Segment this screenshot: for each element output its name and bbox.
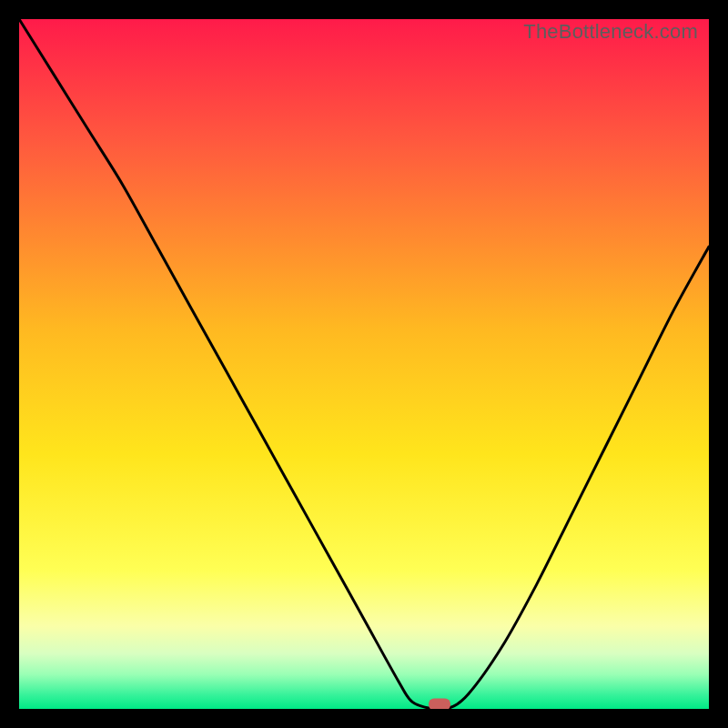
optimal-point-marker (429, 699, 450, 710)
plot-area: TheBottleneck.com (19, 19, 709, 709)
bottleneck-curve (19, 19, 709, 709)
chart-frame: TheBottleneck.com (0, 0, 728, 728)
